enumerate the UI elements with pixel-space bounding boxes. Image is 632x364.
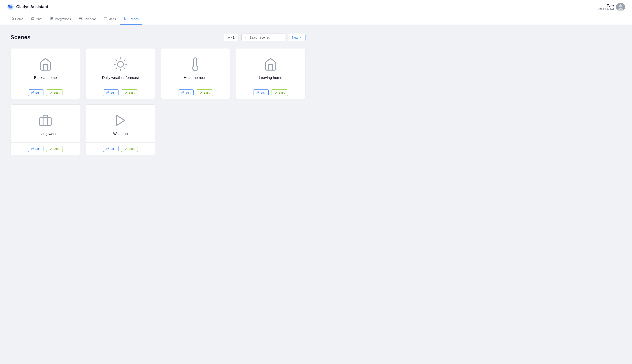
play-icon: [49, 147, 52, 150]
nav: Home Chat Integrations Calendar: [0, 14, 632, 25]
page-title: Scenes: [11, 34, 31, 41]
start-button[interactable]: Start: [46, 90, 63, 96]
edit-button[interactable]: Edit: [178, 90, 194, 96]
edit-icon: [31, 91, 34, 94]
play-icon: [49, 91, 52, 94]
nav-label-home: Home: [15, 17, 23, 21]
edit-label: Edit: [260, 91, 265, 94]
edit-icon: [31, 147, 34, 150]
edit-icon: [106, 91, 109, 94]
svg-marker-18: [124, 18, 126, 20]
edit-label: Edit: [35, 147, 40, 150]
user-name: Tony: [598, 4, 614, 7]
nav-item-calendar[interactable]: Calendar: [75, 14, 99, 24]
sort-button[interactable]: A - Z: [224, 34, 239, 41]
scene-card-body: Back at home: [11, 48, 80, 86]
start-button[interactable]: Start: [121, 146, 138, 152]
edit-button[interactable]: Edit: [28, 146, 44, 152]
header: Gladys Assistant Tony Administrator: [0, 0, 632, 14]
scene-card-back-at-home[interactable]: Back at home Edit Start: [11, 48, 80, 99]
scene-card-body: Leaving home: [236, 48, 305, 86]
start-button[interactable]: Start: [196, 90, 213, 96]
scenes-nav-icon: [124, 17, 127, 21]
nav-label-calendar: Calendar: [83, 17, 96, 21]
play-icon: [124, 91, 127, 94]
header-left: Gladys Assistant: [7, 4, 48, 10]
nav-item-scenes[interactable]: Scenes: [120, 14, 142, 24]
edit-label: Edit: [35, 91, 40, 94]
svg-point-5: [619, 4, 622, 8]
nav-item-integrations[interactable]: Integrations: [47, 14, 74, 24]
nav-item-home[interactable]: Home: [7, 14, 27, 24]
scene-card-daily-weather[interactable]: Daily weather forecast Edit Start: [86, 48, 155, 99]
scene-card-footer: Edit Start: [11, 86, 80, 99]
svg-rect-34: [40, 118, 51, 126]
scene-card-body: Leaving work: [11, 104, 80, 142]
scene-name: Back at home: [34, 76, 57, 80]
nav-label-integrations: Integrations: [55, 17, 71, 21]
svg-marker-33: [275, 92, 277, 94]
scene-card-footer: Edit Start: [236, 86, 305, 99]
scene-icon-thermometer: [188, 57, 203, 71]
scene-card-footer: Edit Start: [86, 142, 155, 155]
start-label: Start: [203, 91, 209, 94]
start-button[interactable]: Start: [121, 90, 138, 96]
scene-icon-home: [38, 57, 53, 71]
svg-rect-11: [79, 18, 82, 20]
scene-name: Heat the room: [184, 76, 207, 80]
scene-name: Daily weather forecast: [102, 76, 139, 80]
svg-line-25: [116, 60, 117, 60]
start-button[interactable]: Start: [46, 146, 63, 152]
scene-card-leaving-home[interactable]: Leaving home Edit Start: [236, 48, 305, 99]
start-label: Start: [278, 91, 284, 94]
new-button[interactable]: New +: [288, 34, 305, 41]
home-nav-icon: [11, 17, 14, 21]
search-box: [241, 34, 285, 41]
new-button-label: New: [292, 36, 298, 39]
scene-card-body: Wake up: [86, 104, 155, 142]
svg-line-30: [124, 60, 125, 60]
scenes-header: Scenes A - Z New +: [11, 34, 305, 41]
avatar[interactable]: [616, 3, 625, 12]
scene-card-footer: Edit Start: [86, 86, 155, 99]
nav-item-maps[interactable]: Maps: [100, 14, 119, 24]
edit-button[interactable]: Edit: [253, 90, 269, 96]
edit-button[interactable]: Edit: [28, 90, 44, 96]
svg-point-22: [118, 62, 124, 67]
start-button[interactable]: Start: [271, 90, 288, 96]
user-info: Tony Administrator: [598, 4, 614, 10]
scene-card-wake-up[interactable]: Wake up Edit Start: [86, 104, 155, 155]
scenes-controls: A - Z New +: [224, 34, 305, 41]
scene-card-footer: Edit Start: [161, 86, 230, 99]
edit-button[interactable]: Edit: [103, 90, 119, 96]
nav-item-chat[interactable]: Chat: [28, 14, 46, 24]
svg-marker-35: [50, 148, 52, 150]
scene-icon-briefcase: [38, 113, 53, 128]
scene-card-footer: Edit Start: [11, 142, 80, 155]
svg-rect-10: [52, 19, 53, 20]
search-input[interactable]: [249, 36, 282, 39]
plus-icon: +: [299, 36, 301, 39]
start-label: Start: [128, 91, 134, 94]
header-right: Tony Administrator: [598, 3, 625, 12]
edit-icon: [256, 91, 259, 94]
nav-label-chat: Chat: [36, 17, 42, 21]
edit-label: Edit: [110, 147, 115, 150]
scene-card-body: Daily weather forecast: [86, 48, 155, 86]
start-label: Start: [53, 91, 59, 94]
scene-card-heat-room[interactable]: Heat the room Edit Start: [161, 48, 230, 99]
svg-marker-36: [116, 115, 124, 126]
edit-icon: [106, 147, 109, 150]
svg-rect-8: [52, 18, 53, 18]
edit-label: Edit: [185, 91, 190, 94]
edit-icon: [181, 91, 184, 94]
scene-card-body: Heat the room: [161, 48, 230, 86]
play-icon: [124, 147, 127, 150]
edit-button[interactable]: Edit: [103, 146, 119, 152]
calendar-nav-icon: [79, 17, 82, 21]
play-icon: [199, 91, 202, 94]
scene-card-leaving-work[interactable]: Leaving work Edit Start: [11, 104, 80, 155]
svg-point-2: [9, 6, 12, 8]
scene-icon-home2: [263, 57, 278, 71]
integrations-nav-icon: [50, 17, 54, 21]
